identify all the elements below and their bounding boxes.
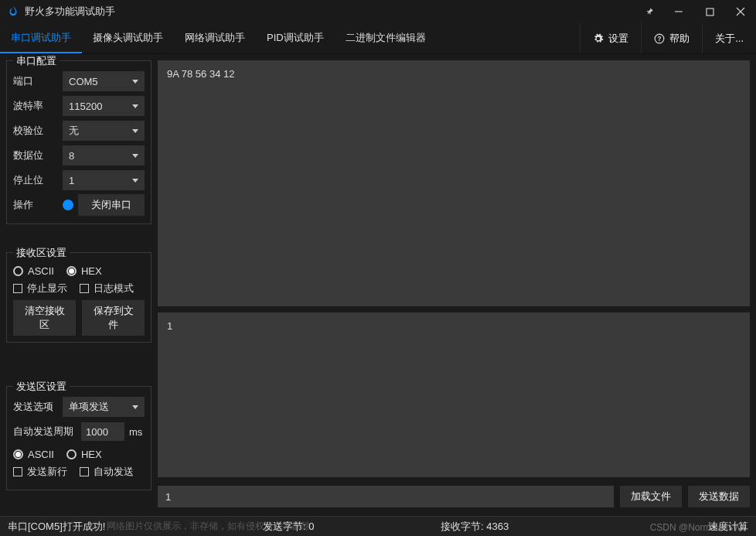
tabbar: 串口调试助手 摄像头调试助手 网络调试助手 PID调试助手 二进制文件编辑器 设… <box>0 23 756 54</box>
statusbar: 串口[COM5]打开成功! 发送字节: 0 接收字节: 4363 速度计算 <box>0 516 756 536</box>
send-combo-value: 1 <box>165 491 171 503</box>
menu-settings[interactable]: 设置 <box>580 23 641 53</box>
databits-label: 数据位 <box>13 149 58 162</box>
status-speed: 速度计算 <box>708 520 748 534</box>
checkbox-icon <box>13 284 22 293</box>
svg-line-3 <box>737 8 744 15</box>
baud-value: 115200 <box>69 101 102 112</box>
recv-settings-title: 接收区设置 <box>13 246 70 260</box>
svg-rect-1 <box>707 9 713 15</box>
send-combo[interactable]: 1 <box>158 486 614 507</box>
parity-select[interactable]: 无 <box>63 121 145 141</box>
recv-hex-radio[interactable]: HEX <box>66 265 102 277</box>
serial-config: 串口配置 端口 COM5 波特率 115200 校验位 无 <box>6 60 152 224</box>
send-newline-checkbox[interactable]: 发送新行 <box>13 465 67 479</box>
parity-value: 无 <box>69 124 79 138</box>
send-data-button[interactable]: 发送数据 <box>688 486 750 507</box>
databits-select[interactable]: 8 <box>63 145 145 166</box>
port-label: 端口 <box>13 74 58 88</box>
connection-indicator <box>63 200 73 210</box>
radio-icon <box>13 449 23 459</box>
close-port-button[interactable]: 关闭串口 <box>78 194 145 216</box>
save-to-file-button[interactable]: 保存到文件 <box>82 300 145 336</box>
recv-settings: 接收区设置 ASCII HEX 停止显示 日志模式 <box>6 252 152 343</box>
chevron-down-icon <box>132 179 138 183</box>
chevron-down-icon <box>132 154 138 158</box>
stopbits-select[interactable]: 1 <box>63 170 145 190</box>
gear-icon <box>593 33 604 44</box>
send-auto-checkbox[interactable]: 自动发送 <box>80 465 134 479</box>
parity-label: 校验位 <box>13 124 58 138</box>
send-option-value: 单项发送 <box>69 400 109 414</box>
menu-about[interactable]: 关于... <box>702 23 756 53</box>
radio-icon <box>66 266 77 276</box>
maximize-icon[interactable] <box>694 0 725 23</box>
period-label: 自动发送周期 <box>13 425 77 439</box>
action-label: 操作 <box>13 198 58 212</box>
chevron-down-icon <box>132 104 138 108</box>
app-icon <box>6 5 20 19</box>
baud-select[interactable]: 115200 <box>63 96 145 116</box>
send-settings-title: 发送区设置 <box>13 380 70 394</box>
recv-stop-checkbox[interactable]: 停止显示 <box>13 282 67 295</box>
menu-help[interactable]: ? 帮助 <box>641 23 702 53</box>
tab-serial[interactable]: 串口调试助手 <box>0 23 82 53</box>
recv-hex-label: HEX <box>81 265 102 277</box>
send-ascii-radio[interactable]: ASCII <box>13 449 54 460</box>
menu-right: 设置 ? 帮助 关于... <box>580 23 756 53</box>
send-option-select[interactable]: 单项发送 <box>63 397 145 417</box>
content: 9A 78 56 34 12 1 1 加载文件 发送数据 <box>158 54 756 516</box>
period-unit: ms <box>129 426 142 438</box>
app-title: 野火多功能调试助手 <box>25 5 637 19</box>
recv-ascii-radio[interactable]: ASCII <box>13 265 54 277</box>
checkbox-icon <box>80 467 89 476</box>
tab-binary[interactable]: 二进制文件编辑器 <box>335 23 437 53</box>
period-input[interactable] <box>81 422 124 441</box>
tabs: 串口调试助手 摄像头调试助手 网络调试助手 PID调试助手 二进制文件编辑器 <box>0 23 437 53</box>
recv-stop-label: 停止显示 <box>27 282 67 295</box>
port-select[interactable]: COM5 <box>63 71 145 91</box>
send-panel[interactable]: 1 <box>158 312 750 477</box>
serial-config-title: 串口配置 <box>13 54 60 68</box>
tab-network[interactable]: 网络调试助手 <box>174 23 256 53</box>
databits-value: 8 <box>69 150 74 162</box>
stopbits-label: 停止位 <box>13 173 58 187</box>
recv-text: 9A 78 56 34 12 <box>167 68 234 80</box>
svg-text:?: ? <box>658 35 662 42</box>
recv-panel[interactable]: 9A 78 56 34 12 <box>158 60 750 306</box>
send-option-label: 发送选项 <box>13 400 58 414</box>
close-icon[interactable] <box>725 0 756 23</box>
help-icon: ? <box>654 33 665 44</box>
status-rx: 接收字节: 4363 <box>441 520 595 534</box>
send-hex-label: HEX <box>81 449 102 460</box>
clear-recv-button[interactable]: 清空接收区 <box>13 300 76 336</box>
send-ascii-label: ASCII <box>28 449 54 460</box>
radio-icon <box>13 266 23 276</box>
checkbox-icon <box>80 284 89 293</box>
window-controls <box>637 0 756 23</box>
recv-ascii-label: ASCII <box>28 265 54 277</box>
chevron-down-icon <box>132 80 138 84</box>
recv-log-label: 日志模式 <box>94 282 134 295</box>
minimize-icon[interactable] <box>663 0 694 23</box>
menu-settings-label: 设置 <box>608 32 628 46</box>
status-connection: 串口[COM5]打开成功! <box>8 520 240 534</box>
send-settings: 发送区设置 发送选项 单项发送 自动发送周期 ms ASCII <box>6 386 152 490</box>
svg-line-2 <box>737 8 744 15</box>
sidebar: 串口配置 端口 COM5 波特率 115200 校验位 无 <box>0 54 158 516</box>
tab-camera[interactable]: 摄像头调试助手 <box>82 23 174 53</box>
port-value: COM5 <box>69 76 98 87</box>
load-file-button[interactable]: 加载文件 <box>620 486 682 507</box>
radio-icon <box>66 449 77 459</box>
pin-icon[interactable] <box>637 0 663 23</box>
chevron-down-icon <box>132 405 138 409</box>
send-auto-label: 自动发送 <box>94 465 134 479</box>
send-newline-label: 发送新行 <box>27 465 67 479</box>
main: 串口配置 端口 COM5 波特率 115200 校验位 无 <box>0 54 756 516</box>
status-tx: 发送字节: 0 <box>263 520 417 534</box>
stopbits-value: 1 <box>69 175 74 186</box>
baud-label: 波特率 <box>13 99 58 113</box>
tab-pid[interactable]: PID调试助手 <box>256 23 335 53</box>
recv-log-checkbox[interactable]: 日志模式 <box>80 282 134 295</box>
send-hex-radio[interactable]: HEX <box>66 449 102 460</box>
